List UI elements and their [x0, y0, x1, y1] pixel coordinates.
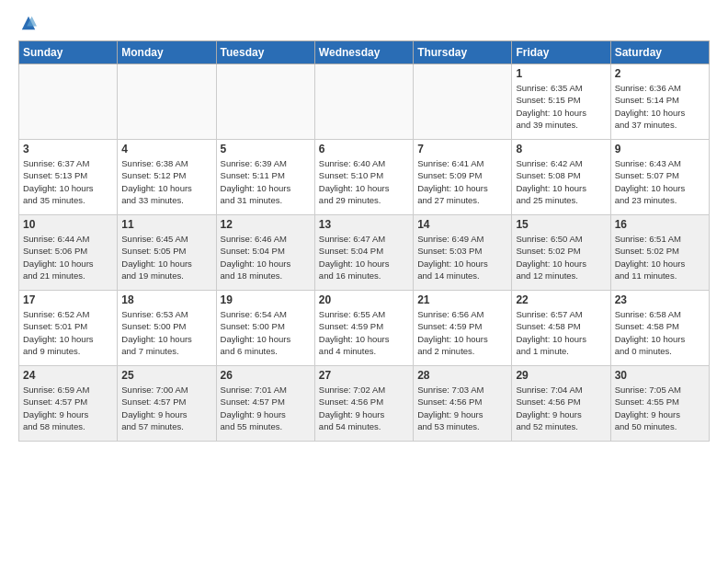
weekday-header: Thursday	[414, 41, 512, 64]
weekday-header: Sunday	[19, 41, 118, 64]
calendar-cell: 16Sunrise: 6:51 AM Sunset: 5:02 PM Dayli…	[610, 215, 709, 291]
day-info: Sunrise: 6:37 AM Sunset: 5:13 PM Dayligh…	[23, 157, 113, 206]
calendar-week-row: 10Sunrise: 6:44 AM Sunset: 5:06 PM Dayli…	[19, 215, 710, 291]
day-number: 26	[221, 369, 311, 382]
day-info: Sunrise: 6:51 AM Sunset: 5:02 PM Dayligh…	[615, 233, 705, 282]
day-number: 14	[417, 218, 507, 231]
day-number: 15	[516, 218, 606, 231]
day-number: 2	[615, 67, 705, 80]
calendar-cell: 21Sunrise: 6:56 AM Sunset: 4:59 PM Dayli…	[414, 291, 512, 366]
calendar-cell	[314, 64, 413, 140]
header	[18, 15, 710, 31]
calendar-cell: 2Sunrise: 6:36 AM Sunset: 5:14 PM Daylig…	[610, 64, 709, 140]
day-info: Sunrise: 6:52 AM Sunset: 5:01 PM Dayligh…	[23, 308, 113, 357]
day-info: Sunrise: 7:00 AM Sunset: 4:57 PM Dayligh…	[121, 384, 211, 432]
day-info: Sunrise: 6:53 AM Sunset: 5:00 PM Dayligh…	[121, 308, 211, 357]
weekday-header: Wednesday	[314, 41, 413, 64]
calendar-cell: 7Sunrise: 6:41 AM Sunset: 5:09 PM Daylig…	[414, 140, 512, 215]
day-number: 9	[615, 143, 705, 155]
day-info: Sunrise: 6:36 AM Sunset: 5:14 PM Dayligh…	[615, 82, 705, 131]
calendar-cell: 22Sunrise: 6:57 AM Sunset: 4:58 PM Dayli…	[512, 291, 610, 366]
calendar-cell: 10Sunrise: 6:44 AM Sunset: 5:06 PM Dayli…	[19, 215, 118, 291]
day-info: Sunrise: 6:50 AM Sunset: 5:02 PM Dayligh…	[516, 233, 606, 282]
day-info: Sunrise: 6:46 AM Sunset: 5:04 PM Dayligh…	[221, 233, 311, 282]
logo	[18, 15, 37, 31]
day-info: Sunrise: 7:02 AM Sunset: 4:56 PM Dayligh…	[319, 384, 409, 432]
day-info: Sunrise: 6:59 AM Sunset: 4:57 PM Dayligh…	[23, 384, 113, 432]
calendar-cell: 28Sunrise: 7:03 AM Sunset: 4:56 PM Dayli…	[414, 366, 512, 442]
calendar-cell: 20Sunrise: 6:55 AM Sunset: 4:59 PM Dayli…	[314, 291, 413, 366]
calendar-cell: 24Sunrise: 6:59 AM Sunset: 4:57 PM Dayli…	[19, 366, 118, 442]
calendar-cell: 8Sunrise: 6:42 AM Sunset: 5:08 PM Daylig…	[512, 140, 610, 215]
day-info: Sunrise: 6:58 AM Sunset: 4:58 PM Dayligh…	[615, 308, 705, 357]
calendar-week-row: 24Sunrise: 6:59 AM Sunset: 4:57 PM Dayli…	[19, 366, 710, 442]
day-number: 18	[121, 293, 211, 306]
calendar-cell: 5Sunrise: 6:39 AM Sunset: 5:11 PM Daylig…	[216, 140, 314, 215]
calendar-cell: 26Sunrise: 7:01 AM Sunset: 4:57 PM Dayli…	[216, 366, 314, 442]
calendar-week-row: 3Sunrise: 6:37 AM Sunset: 5:13 PM Daylig…	[19, 140, 710, 215]
calendar-cell: 30Sunrise: 7:05 AM Sunset: 4:55 PM Dayli…	[610, 366, 709, 442]
weekday-header: Tuesday	[216, 41, 314, 64]
calendar-cell: 23Sunrise: 6:58 AM Sunset: 4:58 PM Dayli…	[610, 291, 709, 366]
day-number: 19	[221, 293, 311, 306]
day-info: Sunrise: 7:01 AM Sunset: 4:57 PM Dayligh…	[221, 384, 311, 432]
calendar-cell: 29Sunrise: 7:04 AM Sunset: 4:56 PM Dayli…	[512, 366, 610, 442]
day-number: 23	[615, 293, 705, 306]
calendar-cell: 17Sunrise: 6:52 AM Sunset: 5:01 PM Dayli…	[19, 291, 118, 366]
day-info: Sunrise: 6:40 AM Sunset: 5:10 PM Dayligh…	[319, 157, 409, 206]
day-number: 30	[615, 369, 705, 382]
day-number: 21	[417, 293, 507, 306]
logo-icon	[20, 15, 37, 31]
calendar-cell: 14Sunrise: 6:49 AM Sunset: 5:03 PM Dayli…	[414, 215, 512, 291]
calendar-cell: 18Sunrise: 6:53 AM Sunset: 5:00 PM Dayli…	[118, 291, 216, 366]
calendar-cell: 4Sunrise: 6:38 AM Sunset: 5:12 PM Daylig…	[118, 140, 216, 215]
calendar-cell: 25Sunrise: 7:00 AM Sunset: 4:57 PM Dayli…	[118, 366, 216, 442]
calendar-cell: 1Sunrise: 6:35 AM Sunset: 5:15 PM Daylig…	[512, 64, 610, 140]
calendar-cell	[216, 64, 314, 140]
day-info: Sunrise: 6:41 AM Sunset: 5:09 PM Dayligh…	[417, 157, 507, 206]
page: SundayMondayTuesdayWednesdayThursdayFrid…	[0, 0, 728, 563]
day-number: 5	[221, 143, 311, 155]
day-info: Sunrise: 6:49 AM Sunset: 5:03 PM Dayligh…	[417, 233, 507, 282]
day-info: Sunrise: 6:56 AM Sunset: 4:59 PM Dayligh…	[417, 308, 507, 357]
calendar-cell: 15Sunrise: 6:50 AM Sunset: 5:02 PM Dayli…	[512, 215, 610, 291]
day-info: Sunrise: 6:57 AM Sunset: 4:58 PM Dayligh…	[516, 308, 606, 357]
calendar-cell	[118, 64, 216, 140]
day-number: 11	[121, 218, 211, 231]
day-number: 28	[417, 369, 507, 382]
day-info: Sunrise: 7:05 AM Sunset: 4:55 PM Dayligh…	[615, 384, 705, 432]
calendar-table: SundayMondayTuesdayWednesdayThursdayFrid…	[18, 40, 710, 442]
weekday-header: Saturday	[610, 41, 709, 64]
day-number: 25	[121, 369, 211, 382]
calendar-cell	[19, 64, 118, 140]
day-info: Sunrise: 6:35 AM Sunset: 5:15 PM Dayligh…	[516, 82, 606, 131]
day-number: 13	[319, 218, 409, 231]
calendar-cell: 6Sunrise: 6:40 AM Sunset: 5:10 PM Daylig…	[314, 140, 413, 215]
calendar-cell: 12Sunrise: 6:46 AM Sunset: 5:04 PM Dayli…	[216, 215, 314, 291]
calendar-cell: 3Sunrise: 6:37 AM Sunset: 5:13 PM Daylig…	[19, 140, 118, 215]
calendar-header-row: SundayMondayTuesdayWednesdayThursdayFrid…	[19, 41, 710, 64]
calendar-cell: 19Sunrise: 6:54 AM Sunset: 5:00 PM Dayli…	[216, 291, 314, 366]
day-number: 29	[516, 369, 606, 382]
day-info: Sunrise: 6:47 AM Sunset: 5:04 PM Dayligh…	[319, 233, 409, 282]
day-number: 4	[121, 143, 211, 155]
calendar-cell	[414, 64, 512, 140]
weekday-header: Friday	[512, 41, 610, 64]
day-info: Sunrise: 7:04 AM Sunset: 4:56 PM Dayligh…	[516, 384, 606, 432]
calendar-cell: 13Sunrise: 6:47 AM Sunset: 5:04 PM Dayli…	[314, 215, 413, 291]
day-info: Sunrise: 6:43 AM Sunset: 5:07 PM Dayligh…	[615, 157, 705, 206]
calendar-week-row: 1Sunrise: 6:35 AM Sunset: 5:15 PM Daylig…	[19, 64, 710, 140]
calendar-week-row: 17Sunrise: 6:52 AM Sunset: 5:01 PM Dayli…	[19, 291, 710, 366]
day-number: 3	[23, 143, 113, 155]
day-info: Sunrise: 6:38 AM Sunset: 5:12 PM Dayligh…	[121, 157, 211, 206]
day-info: Sunrise: 6:54 AM Sunset: 5:00 PM Dayligh…	[221, 308, 311, 357]
day-info: Sunrise: 7:03 AM Sunset: 4:56 PM Dayligh…	[417, 384, 507, 432]
day-number: 17	[23, 293, 113, 306]
day-number: 6	[319, 143, 409, 155]
calendar-cell: 27Sunrise: 7:02 AM Sunset: 4:56 PM Dayli…	[314, 366, 413, 442]
day-number: 16	[615, 218, 705, 231]
day-info: Sunrise: 6:44 AM Sunset: 5:06 PM Dayligh…	[23, 233, 113, 282]
day-number: 10	[23, 218, 113, 231]
day-number: 27	[319, 369, 409, 382]
day-number: 8	[516, 143, 606, 155]
